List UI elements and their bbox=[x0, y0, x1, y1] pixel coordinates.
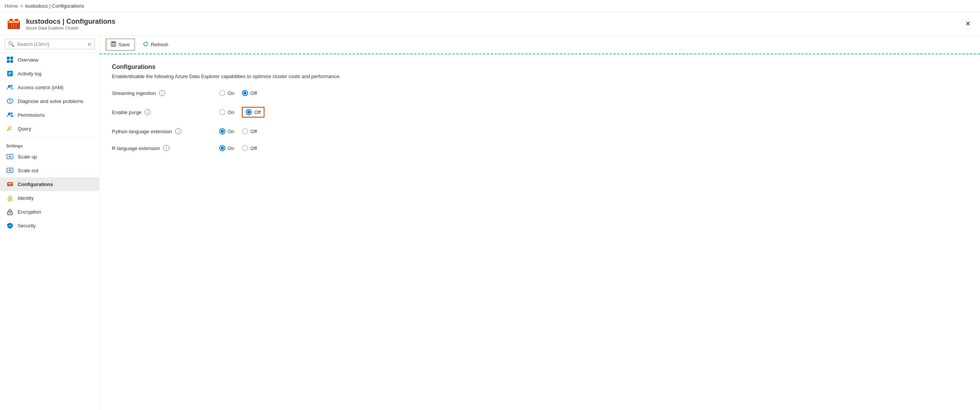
sidebar-item-activity-log[interactable]: Activity log bbox=[0, 67, 99, 80]
scale-out-icon bbox=[6, 167, 14, 174]
enable-purge-row: Enable purge i On Off bbox=[112, 107, 968, 118]
breadcrumb-home[interactable]: Home bbox=[5, 3, 18, 9]
python-extension-on-option[interactable]: On bbox=[219, 128, 234, 134]
scale-up-icon bbox=[6, 153, 14, 160]
r-extension-on-radio[interactable] bbox=[219, 145, 225, 151]
page-subtitle: Azure Data Explorer Cluster bbox=[26, 26, 115, 30]
collapse-sidebar-button[interactable]: « bbox=[88, 41, 91, 47]
page-title: kustodocs | Configurations bbox=[26, 18, 115, 26]
sidebar-item-security[interactable]: Security bbox=[0, 219, 99, 232]
python-extension-off-label: Off bbox=[250, 129, 257, 134]
refresh-button-label: Refresh bbox=[151, 42, 169, 47]
sidebar-search-container: 🔍 « bbox=[0, 36, 99, 53]
enable-purge-on-radio[interactable] bbox=[219, 109, 225, 115]
sidebar-item-encryption-label: Encryption bbox=[18, 209, 41, 215]
breadcrumb-separator: > bbox=[20, 3, 23, 9]
sidebar-item-access-control-label: Access control (IAM) bbox=[18, 85, 64, 90]
refresh-icon bbox=[143, 41, 149, 48]
configurations-title: Configurations bbox=[112, 64, 968, 70]
streaming-ingestion-row: Streaming ingestion i On Off bbox=[112, 90, 968, 96]
search-icon: 🔍 bbox=[8, 41, 15, 47]
configurations-description: Enable/disable the following Azure Data … bbox=[112, 74, 968, 79]
sidebar-item-diagnose[interactable]: Diagnose and solve problems bbox=[0, 94, 99, 108]
sidebar-item-identity[interactable]: Identity bbox=[0, 191, 99, 205]
svg-rect-9 bbox=[10, 57, 13, 59]
python-extension-on-radio[interactable] bbox=[219, 128, 225, 134]
save-button[interactable]: Save bbox=[106, 39, 135, 51]
svg-point-39 bbox=[10, 213, 11, 214]
svg-point-25 bbox=[9, 127, 11, 130]
sidebar-item-query[interactable]: Query bbox=[0, 122, 99, 136]
sidebar-item-configurations[interactable]: Configurations bbox=[0, 177, 99, 191]
python-extension-on-label: On bbox=[228, 129, 234, 134]
svg-rect-11 bbox=[10, 60, 13, 63]
streaming-ingestion-off-option[interactable]: Off bbox=[242, 90, 257, 96]
security-icon bbox=[6, 222, 14, 229]
content-area: Save Refresh Configurations Enable/disab… bbox=[100, 36, 980, 410]
r-extension-on-label: On bbox=[228, 145, 234, 151]
enable-purge-on-option[interactable]: On bbox=[219, 109, 234, 115]
sidebar-item-scale-out-label: Scale out bbox=[18, 168, 38, 173]
python-extension-off-radio[interactable] bbox=[242, 128, 248, 134]
overview-icon bbox=[6, 56, 14, 64]
settings-section-label: Settings bbox=[0, 139, 99, 150]
save-icon bbox=[111, 41, 116, 48]
close-button[interactable]: ✕ bbox=[962, 18, 974, 29]
sidebar-item-overview-label: Overview bbox=[18, 57, 38, 63]
sidebar-nav-scroll: Overview Activity log Access control (IA… bbox=[0, 53, 99, 410]
sidebar-item-overview[interactable]: Overview bbox=[0, 53, 99, 67]
breadcrumb-current: kustodocs | Configurations bbox=[25, 3, 84, 9]
search-input[interactable] bbox=[17, 41, 88, 47]
refresh-button[interactable]: Refresh bbox=[138, 39, 173, 51]
python-extension-info-icon[interactable]: i bbox=[175, 128, 181, 134]
header-icon bbox=[6, 16, 21, 31]
header-text-block: kustodocs | Configurations Azure Data Ex… bbox=[26, 18, 115, 30]
enable-purge-on-label: On bbox=[228, 109, 234, 115]
r-extension-on-option[interactable]: On bbox=[219, 145, 234, 151]
sidebar-item-configurations-label: Configurations bbox=[18, 181, 53, 187]
query-icon bbox=[6, 125, 14, 132]
access-control-icon bbox=[6, 83, 14, 91]
configurations-icon bbox=[6, 180, 14, 188]
python-extension-off-option[interactable]: Off bbox=[242, 128, 257, 134]
breadcrumb: Home > kustodocs | Configurations bbox=[5, 3, 84, 9]
diagnose-icon bbox=[6, 97, 14, 105]
sidebar-item-encryption[interactable]: Encryption bbox=[0, 205, 99, 219]
streaming-ingestion-info-icon[interactable]: i bbox=[159, 90, 165, 96]
r-extension-off-radio[interactable] bbox=[242, 145, 248, 151]
streaming-ingestion-label: Streaming ingestion i bbox=[112, 90, 219, 96]
r-extension-off-label: Off bbox=[250, 145, 257, 151]
streaming-ingestion-off-label: Off bbox=[250, 90, 257, 96]
ade-cluster-icon bbox=[7, 17, 21, 31]
streaming-ingestion-options: On Off bbox=[219, 90, 257, 96]
svg-rect-42 bbox=[112, 44, 115, 46]
sidebar-item-permissions-label: Permissions bbox=[18, 112, 45, 118]
permissions-icon bbox=[6, 111, 14, 119]
streaming-ingestion-on-radio[interactable] bbox=[219, 90, 225, 96]
sidebar-item-security-label: Security bbox=[18, 223, 36, 229]
search-wrapper: 🔍 « bbox=[5, 39, 95, 49]
r-extension-options: On Off bbox=[219, 145, 257, 151]
enable-purge-info-icon[interactable]: i bbox=[144, 109, 151, 115]
activity-log-icon bbox=[6, 70, 14, 77]
r-extension-off-option[interactable]: Off bbox=[242, 145, 257, 151]
sidebar-item-scale-out[interactable]: Scale out bbox=[0, 163, 99, 177]
enable-purge-off-radio[interactable] bbox=[246, 109, 252, 115]
sidebar-item-permissions[interactable]: Permissions bbox=[0, 108, 99, 122]
encryption-icon bbox=[6, 208, 14, 216]
streaming-ingestion-on-option[interactable]: On bbox=[219, 90, 234, 96]
python-extension-row: Python language extension i On Off bbox=[112, 128, 968, 134]
enable-purge-label: Enable purge i bbox=[112, 109, 219, 115]
sidebar-item-scale-up[interactable]: Scale up bbox=[0, 150, 99, 163]
r-extension-info-icon[interactable]: i bbox=[163, 145, 169, 151]
streaming-ingestion-off-radio[interactable] bbox=[242, 90, 248, 96]
sidebar-item-access-control[interactable]: Access control (IAM) bbox=[0, 80, 99, 94]
svg-point-19 bbox=[10, 102, 10, 103]
svg-point-37 bbox=[10, 199, 11, 200]
enable-purge-off-highlighted[interactable]: Off bbox=[242, 107, 264, 118]
svg-point-16 bbox=[8, 85, 10, 87]
sidebar-item-scale-up-label: Scale up bbox=[18, 154, 37, 160]
svg-point-20 bbox=[8, 113, 10, 115]
sidebar-item-diagnose-label: Diagnose and solve problems bbox=[18, 98, 83, 104]
sidebar: 🔍 « Overview Activ bbox=[0, 36, 100, 410]
